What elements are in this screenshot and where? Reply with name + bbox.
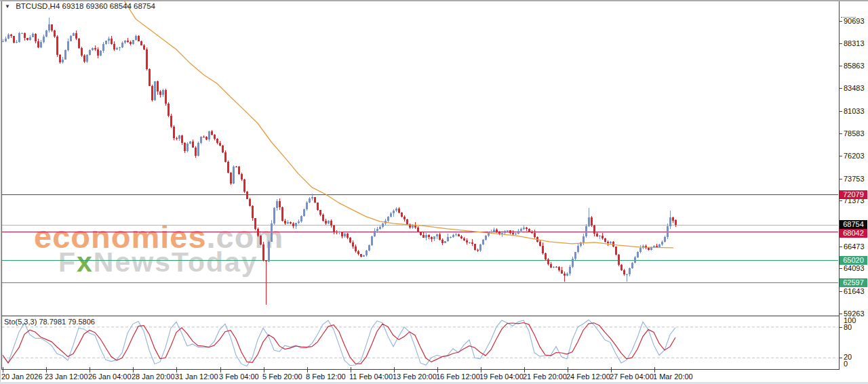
bull-candle [233,167,235,184]
bull-candle [338,232,340,232]
bear-candle [181,135,183,143]
trading-chart-window: economies.com FxNewsToday ▼ BTCUSD,H4 69… [0,0,868,384]
x-axis-tick [654,367,655,372]
bull-candle [504,231,506,233]
x-axis-tick [46,367,47,372]
bear-candle [140,41,142,45]
price-tick [839,247,842,247]
bear-candle [620,265,623,270]
bear-candle [111,39,113,44]
bear-candle [463,238,465,241]
x-axis-label: 21 Feb 20:00 [523,372,567,381]
bull-candle [507,230,509,231]
bear-candle [607,242,609,243]
bull-candle [436,234,438,237]
level-badge: 65020 [840,256,867,265]
bear-candle [417,228,419,232]
price-tick-label: 66473 [844,242,865,251]
level-badge: 72079 [840,190,867,199]
price-chart-canvas[interactable] [0,0,839,316]
bear-candle [439,234,441,240]
x-axis-label: 3 Feb 04:00 [219,372,259,381]
bear-candle [601,236,604,239]
bull-candle [387,217,389,221]
price-tick-label: 76203 [844,152,865,161]
symbol-period-label: BTCUSD,H4 [16,2,60,10]
bull-candle [610,242,612,243]
bear-candle [249,199,251,206]
bear-candle [59,55,61,62]
chart-frame-bottom [1,369,840,370]
bear-candle [422,235,425,238]
bear-candle [149,69,151,86]
bull-candle [664,237,666,242]
bull-candle [450,237,452,238]
bear-candle [56,37,58,56]
bear-candle [460,236,462,238]
bear-candle [349,238,351,242]
bear-candle [94,48,96,49]
x-axis-label: 26 Jan 04:00 [88,372,132,381]
x-axis-label: 5 Feb 20:00 [262,372,302,381]
bear-candle [26,38,28,39]
bull-candle [599,236,601,236]
bull-candle [363,255,365,256]
bear-candle [260,236,262,244]
bear-candle [151,86,153,100]
stochastic-canvas[interactable] [0,316,839,369]
bear-candle [672,217,674,220]
bear-candle [496,230,498,232]
bear-candle [167,104,170,116]
bull-candle [669,217,671,226]
price-tick [839,200,842,201]
x-axis-label: 8 Feb 12:00 [306,372,346,381]
bear-candle [526,228,528,229]
bull-candle [447,237,449,241]
bear-candle [173,127,175,138]
bear-candle [13,36,15,43]
bear-candle [284,221,286,223]
bear-candle [466,240,468,242]
bull-candle [390,213,392,217]
bear-candle [54,30,56,36]
ohlc-readout: 69318 69360 68544 68754 [62,2,156,10]
bull-candle [482,240,484,244]
bull-candle [29,37,31,40]
bull-candle [469,242,471,243]
bear-candle [290,222,292,223]
price-tick [839,43,842,44]
bear-candle [325,221,327,223]
bear-candle [420,232,422,235]
bull-candle [197,143,199,156]
bear-candle [591,217,593,226]
bear-candle [214,135,216,138]
bull-candle [135,36,137,40]
bull-candle [186,144,189,150]
bull-candle [189,142,191,144]
bear-candle [547,259,549,264]
bear-candle [477,250,479,251]
bear-candle [406,219,408,223]
bull-candle [393,211,395,213]
bull-candle [374,231,376,236]
bull-candle [276,201,278,208]
bull-candle [5,39,7,41]
collapse-arrow-icon[interactable]: ▼ [5,3,10,9]
bear-candle [623,270,625,275]
bear-candle [143,45,145,50]
x-axis-tick [351,367,351,372]
price-tick-label: 73753 [844,175,865,184]
bull-candle [444,241,446,242]
indicator-values: 78.7981 79.5806 [39,318,95,326]
bear-candle [176,138,178,140]
bull-candle [634,257,636,263]
bear-candle [265,261,267,261]
price-tick-label: 61643 [844,287,865,296]
bull-candle [40,42,42,47]
bull-candle [490,232,492,232]
bear-candle [618,255,620,265]
bear-candle [216,139,218,143]
bear-candle [78,39,80,47]
sto-axis-tick [839,327,842,328]
bear-candle [431,237,433,239]
